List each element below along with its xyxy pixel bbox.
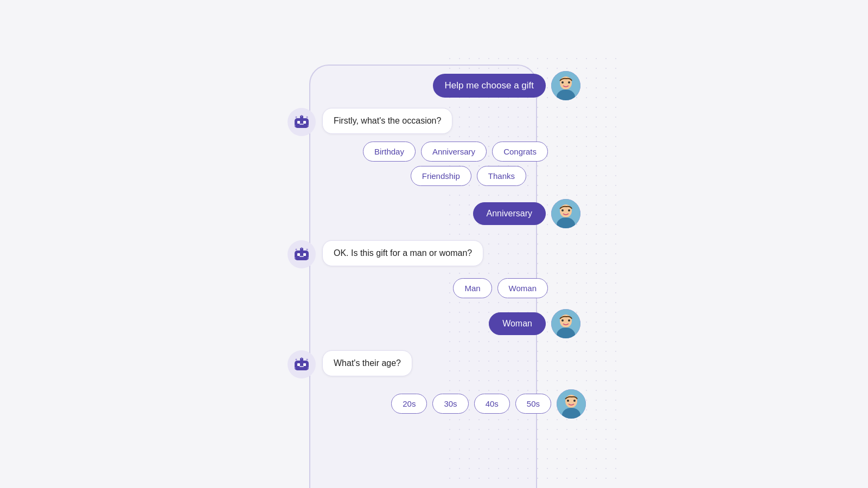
chip-40s[interactable]: 40s: [474, 394, 510, 414]
svg-point-19: [568, 209, 570, 211]
user-selected-woman: Woman: [489, 312, 546, 335]
options-row-1b: Friendship Thanks: [271, 166, 597, 186]
options-row-2: Man Woman: [271, 278, 597, 298]
user-message-3: Woman: [271, 309, 597, 338]
svg-rect-37: [303, 363, 306, 366]
chat-container: Help me choose a gift: [266, 54, 602, 435]
svg-point-43: [296, 358, 297, 360]
svg-point-18: [561, 209, 564, 211]
bot-icon-2: [288, 240, 316, 268]
chip-congrats[interactable]: Congrats: [492, 142, 548, 162]
svg-rect-42: [308, 367, 309, 369]
chip-thanks[interactable]: Thanks: [477, 166, 526, 186]
avatar-4: [557, 389, 586, 419]
bot-message-2: OK. Is this gift for a man or woman?: [271, 240, 597, 268]
options-row-1: Birthday Anniversary Congrats: [271, 142, 597, 162]
svg-rect-41: [295, 367, 296, 369]
svg-point-44: [307, 358, 308, 360]
user-bubble-1: Help me choose a gift: [433, 74, 546, 98]
chip-50s[interactable]: 50s: [515, 394, 551, 414]
avatar-2: [551, 199, 580, 228]
chip-friendship[interactable]: Friendship: [411, 166, 471, 186]
bot-bubble-2: OK. Is this gift for a man or woman?: [322, 240, 483, 266]
bot-message-3: What's their age?: [271, 350, 597, 378]
svg-rect-6: [297, 121, 300, 124]
svg-rect-22: [303, 253, 306, 256]
bot-message-1: Firstly, what's the occasion?: [271, 108, 597, 136]
avatar-3: [551, 309, 580, 338]
svg-rect-5: [295, 118, 309, 128]
user-selected-anniversary: Anniversary: [473, 202, 546, 225]
bot-icon-3: [288, 350, 316, 378]
svg-point-48: [567, 400, 569, 402]
svg-rect-35: [295, 361, 309, 370]
svg-rect-21: [297, 253, 300, 256]
user-message-2: Anniversary: [271, 199, 597, 228]
svg-rect-40: [301, 357, 302, 359]
svg-rect-20: [295, 251, 309, 260]
bot-bubble-1: Firstly, what's the occasion?: [322, 108, 452, 134]
svg-point-34: [568, 319, 570, 322]
user-message-1: Help me choose a gift: [271, 71, 597, 100]
svg-rect-38: [299, 366, 304, 367]
avatar-1: [551, 71, 580, 100]
svg-rect-11: [295, 125, 296, 127]
svg-rect-36: [297, 363, 300, 366]
chip-30s[interactable]: 30s: [432, 394, 468, 414]
svg-point-14: [307, 116, 308, 118]
svg-rect-12: [308, 125, 309, 127]
svg-rect-7: [303, 121, 306, 124]
svg-rect-10: [301, 115, 302, 117]
svg-point-4: [568, 81, 570, 84]
svg-point-28: [296, 248, 297, 250]
svg-rect-25: [301, 247, 302, 249]
chip-man[interactable]: Man: [453, 278, 492, 298]
svg-point-3: [561, 81, 564, 84]
chip-woman-opt[interactable]: Woman: [497, 278, 548, 298]
chip-20s[interactable]: 20s: [391, 394, 427, 414]
chip-birthday[interactable]: Birthday: [363, 142, 416, 162]
svg-point-49: [573, 400, 576, 402]
svg-rect-23: [299, 256, 304, 257]
svg-point-33: [561, 319, 564, 322]
svg-rect-8: [299, 124, 304, 125]
svg-point-13: [296, 116, 297, 118]
bot-bubble-3: What's their age?: [322, 350, 412, 376]
options-row-age-wrapper: 20s 30s 40s 50s: [271, 389, 597, 419]
chip-anniversary-opt[interactable]: Anniversary: [421, 142, 487, 162]
svg-point-29: [307, 248, 308, 250]
bot-icon-1: [288, 108, 316, 136]
chat-body: Help me choose a gift: [266, 65, 602, 419]
svg-rect-26: [295, 257, 296, 259]
svg-rect-27: [308, 257, 309, 259]
